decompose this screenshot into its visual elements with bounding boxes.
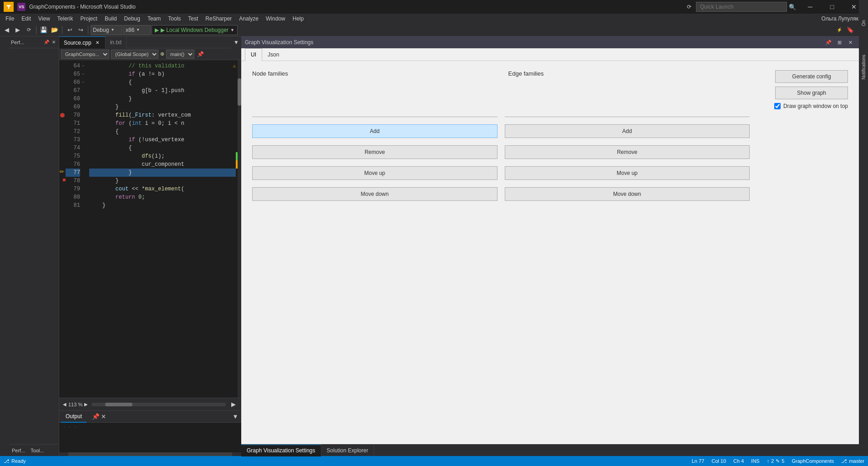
output-content: · · · <box>59 423 241 452</box>
graph-panel-pin-button[interactable]: 📌 <box>823 38 833 47</box>
generate-config-button[interactable]: Generate config <box>775 70 848 83</box>
editor-tab-source[interactable]: Source.cpp ✕ <box>59 36 106 48</box>
maximize-button[interactable]: □ <box>822 0 843 14</box>
draw-on-top-checkbox[interactable] <box>774 103 781 109</box>
toolbar-forward-button[interactable]: ▶ <box>13 25 23 35</box>
tool-bottom-tab[interactable]: Tool... <box>28 445 46 456</box>
edge-move-down-button[interactable]: Move down <box>505 187 750 201</box>
bottom-tab-graph-vis[interactable]: Graph Visualization Settings <box>241 445 321 456</box>
function-icon: ⊕ <box>160 51 164 57</box>
filter-icon[interactable] <box>4 2 14 12</box>
menu-help[interactable]: Help <box>289 15 308 23</box>
titlebar-title: GraphComponents - Microsoft Visual Studi… <box>29 4 680 10</box>
platform-dropdown[interactable]: x86 ▼ <box>123 25 151 35</box>
scroll-right-button[interactable]: ▶ <box>229 400 238 409</box>
class-selector[interactable]: GraphCompo... <box>61 50 109 59</box>
node-add-button[interactable]: Add <box>252 124 497 138</box>
output-scroll-button[interactable]: ▼ <box>231 413 239 421</box>
source-tab-close[interactable]: ✕ <box>94 40 101 46</box>
node-family-col-header: Node families <box>252 70 501 77</box>
show-graph-button[interactable]: Show graph <box>775 87 848 99</box>
node-remove-button[interactable]: Remove <box>252 145 497 159</box>
statusbar-project: GraphComponents <box>792 458 834 464</box>
menu-telerik[interactable]: Telerik <box>54 15 77 23</box>
tab-json[interactable]: Json <box>262 48 284 61</box>
line-numbers: 646566676869 707172737475 767778 798081 <box>66 60 82 398</box>
perf-panel: Perf... 📌 ✕ Perf... Tool... <box>9 36 59 456</box>
tab-ui[interactable]: UI <box>245 48 262 61</box>
run-button[interactable]: ▶ ▶ Local Windows Debugger ▼ <box>152 25 238 35</box>
node-move-up-button[interactable]: Move up <box>252 166 497 180</box>
edge-move-up-button[interactable]: Move up <box>505 166 750 180</box>
menu-file[interactable]: File <box>2 15 18 23</box>
menu-build[interactable]: Build <box>101 15 121 23</box>
scrollbar-thumb[interactable] <box>238 78 241 106</box>
quick-launch-input[interactable] <box>696 2 787 12</box>
toolbar-undo-button[interactable]: ↩ <box>65 25 75 35</box>
toolbar-open-button[interactable]: 📂 <box>50 25 60 35</box>
statusbar-col: Col 10 <box>711 458 726 464</box>
debug-config-dropdown[interactable]: Debug ▼ <box>91 25 122 35</box>
editor-tab-intxt[interactable]: in.txt <box>106 36 127 48</box>
toolbar-save-button[interactable]: 💾 <box>39 25 49 35</box>
graph-panel-title: Graph Visualization Settings <box>245 39 822 46</box>
output-close-button[interactable]: ✕ <box>101 413 106 420</box>
editor-tab-dropdown[interactable]: ▼ <box>231 36 241 48</box>
toolbar-bookmark-button[interactable]: 🔖 <box>845 25 855 35</box>
function-selector[interactable]: main() <box>166 50 194 59</box>
zoom-increase-button[interactable]: ▶ <box>84 402 88 407</box>
scope-selector[interactable]: (Global Scope) <box>111 50 158 59</box>
user-label: Ольга Лупуляк <box>818 15 863 23</box>
perf-bottom-tab[interactable]: Perf... <box>9 445 28 456</box>
output-scrollbar[interactable] <box>68 452 232 456</box>
perf-close-button[interactable]: ✕ <box>51 39 57 46</box>
statusbar-git-branch: master <box>849 458 864 464</box>
toolbar-back-button[interactable]: ◀ <box>2 25 12 35</box>
menu-debug[interactable]: Debug <box>121 15 144 23</box>
minimize-button[interactable]: ─ <box>800 0 821 14</box>
graph-panel-dock-button[interactable]: ⊞ <box>834 38 844 47</box>
menu-project[interactable]: Project <box>77 15 101 23</box>
toolbar-extra-button[interactable]: ⚡ <box>834 25 844 35</box>
menu-edit[interactable]: Edit <box>18 15 35 23</box>
zoom-decrease-button[interactable]: ◀ <box>63 402 66 407</box>
up-arrow-icon: ↑ <box>767 458 770 464</box>
menu-window[interactable]: Window <box>262 15 289 23</box>
menu-resharper[interactable]: ReSharper <box>202 15 235 23</box>
vertical-scrollbar[interactable] <box>238 60 241 398</box>
statusbar-ch: Ch 4 <box>733 458 744 464</box>
output-tab[interactable]: Output <box>61 411 86 423</box>
edge-add-button[interactable]: Add <box>505 124 750 138</box>
bottom-tab-solution[interactable]: Solution Explorer <box>321 445 374 456</box>
node-move-down-button[interactable]: Move down <box>252 187 497 201</box>
menu-team[interactable]: Team <box>144 15 164 23</box>
intxt-tab-label: in.txt <box>110 39 122 46</box>
search-icon: 🔍 <box>789 4 796 10</box>
toolbar-refresh-button[interactable]: ⟳ <box>24 25 34 35</box>
graph-panel-close-button[interactable]: ✕ <box>845 38 855 47</box>
horizontal-scrollbar[interactable] <box>91 403 226 406</box>
menu-analyze[interactable]: Analyze <box>235 15 262 23</box>
editor-toolbar: GraphCompo... (Global Scope) ⊕ main() 📌 <box>59 48 241 60</box>
statusbar-git: ⎇ master <box>841 458 864 464</box>
menu-test[interactable]: Test <box>184 15 202 23</box>
menu-view[interactable]: View <box>35 15 54 23</box>
graph-panel-content: Node families Edge families Generate con… <box>241 61 859 444</box>
edge-remove-button[interactable]: Remove <box>505 145 750 159</box>
zoom-control: ◀ 113 % ▶ <box>63 402 88 407</box>
toolbar-redo-button[interactable]: ↪ <box>76 25 86 35</box>
menu-tools[interactable]: Tools <box>164 15 184 23</box>
chevron-down-icon: ▼ <box>111 28 114 32</box>
editor-toolbar-pin[interactable]: 📌 <box>196 50 204 58</box>
breakpoint-indicator[interactable] <box>60 113 65 118</box>
code-line-73: if (!used_vertexe <box>89 136 236 144</box>
scrollbar-h-thumb[interactable] <box>105 403 132 406</box>
pencil-icon: ✎ <box>776 458 780 464</box>
zoom-level: 113 % <box>68 402 82 407</box>
separator-spacer <box>757 117 848 117</box>
output-pin-button[interactable]: 📌 <box>92 413 100 420</box>
edge-separator <box>505 117 750 117</box>
code-line-76: cur_component <box>89 160 236 169</box>
perf-pin-button[interactable]: 📌 <box>43 39 50 46</box>
sync-icon[interactable]: ⟳ <box>684 2 694 12</box>
